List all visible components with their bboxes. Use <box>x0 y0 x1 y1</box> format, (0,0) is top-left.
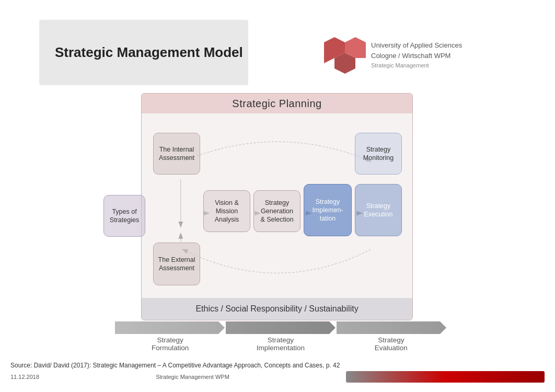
footer-brand-bar <box>346 371 545 383</box>
footer-bottom: 11.12.2018 Strategic Management WPM <box>10 371 545 383</box>
phase-arrow-implementation <box>226 321 336 334</box>
node-strategy-monitoring: StrategyMonitoring <box>355 133 402 175</box>
node-vision-mission: Vision &MissionAnalysis <box>203 190 250 232</box>
logo: University of Applied Sciences Cologne /… <box>319 32 507 74</box>
ethics-label: Ethics / Social Responsibility / Sustain… <box>142 298 412 320</box>
svg-text:University of Applied Sciences: University of Applied Sciences <box>371 41 462 49</box>
node-external-assessment: The ExternalAssessment <box>153 243 200 285</box>
header-box: Strategic Management Model <box>39 20 248 85</box>
footer: Source: David/ David (2017): Strategic M… <box>0 362 555 383</box>
footer-date: 11.12.2018 <box>10 374 39 380</box>
bottom-phases-container: Strategy Formulation Strategy Implementa… <box>115 321 446 352</box>
diagram-container: Strategic Planning Ethics / Social Respo… <box>141 93 413 320</box>
phase-labels-row: Strategy Formulation Strategy Implementa… <box>115 336 446 352</box>
page-title: Strategic Management Model <box>55 44 243 61</box>
node-strategy-generation: StrategyGeneration& Selection <box>253 190 300 232</box>
phase-arrow-evaluation <box>337 321 446 334</box>
phase-label-evaluation: Strategy Evaluation <box>336 336 446 352</box>
phase-label-formulation: Strategy Formulation <box>115 336 225 352</box>
node-internal-assessment: The InternalAssessment <box>153 133 200 175</box>
svg-text:Cologne / Wirtschaft WPM: Cologne / Wirtschaft WPM <box>371 52 450 60</box>
node-strategy-implementation: StrategyImplemen-tation <box>304 184 352 236</box>
node-types-strategies: Types ofStrategies <box>103 195 145 237</box>
logo-area: University of Applied Sciences Cologne /… <box>308 20 517 85</box>
footer-subtitle: Strategic Management WPM <box>156 374 229 380</box>
footer-source: Source: David/ David (2017): Strategic M… <box>10 362 545 369</box>
phase-arrow-formulation <box>115 321 225 334</box>
node-strategy-execution: StrategyExecution <box>355 184 402 236</box>
phase-label-implementation: Strategy Implementation <box>225 336 336 352</box>
svg-text:Strategic Management: Strategic Management <box>371 62 429 68</box>
strategic-planning-label: Strategic Planning <box>142 94 412 113</box>
